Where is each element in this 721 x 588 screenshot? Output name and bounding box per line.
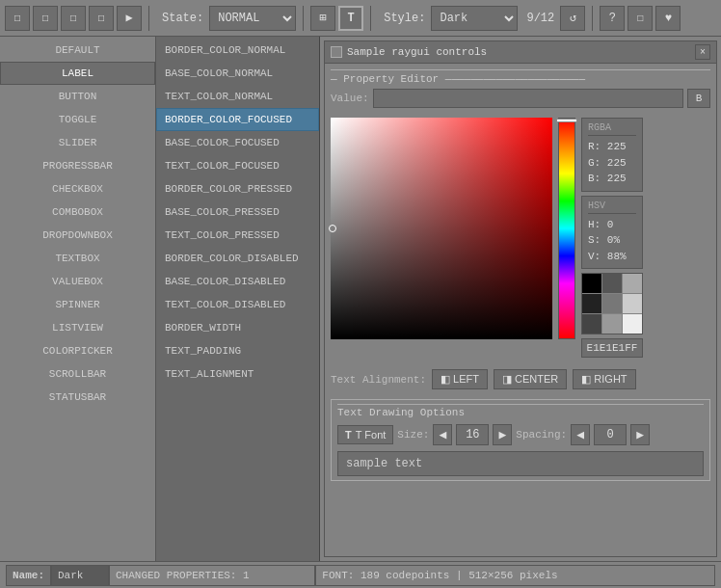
align-right-button[interactable]: ◧ RIGHT: [573, 369, 635, 389]
status-changed: CHANGED PROPERTIES: 1: [109, 565, 315, 586]
spacing-dec-button[interactable]: ◀: [571, 424, 590, 445]
value-label: Value:: [331, 93, 369, 104]
hsv-title: HSV: [588, 200, 636, 214]
swatch-0[interactable]: [582, 274, 601, 293]
prop-text-color-focused[interactable]: TEXT_COLOR_FOCUSED: [156, 154, 319, 177]
prop-border-width[interactable]: BORDER_WIDTH: [156, 316, 319, 339]
align-center-button[interactable]: ◨ CENTER: [494, 369, 567, 389]
divider-4: [592, 6, 593, 31]
toolbar-btn-3[interactable]: ☐: [61, 6, 86, 31]
state-select[interactable]: NORMAL: [209, 6, 296, 31]
control-label[interactable]: LABEL: [0, 62, 155, 85]
swatch-3[interactable]: [582, 294, 601, 313]
swatch-1[interactable]: [602, 274, 622, 293]
control-scrollbar[interactable]: SCROLLBAR: [0, 362, 155, 386]
control-combobox[interactable]: COMBOBOX: [0, 200, 155, 224]
divider-2: [303, 6, 304, 31]
prop-border-color-focused[interactable]: BORDER_COLOR_FOCUSED: [156, 108, 319, 131]
spacing-inc-button[interactable]: ▶: [630, 424, 650, 445]
swatch-5[interactable]: [623, 294, 642, 313]
sample-window-title-bar: Sample raygui controls ×: [325, 41, 716, 64]
align-left-button[interactable]: ◧ LEFT: [432, 369, 488, 389]
toolbar-info-btn[interactable]: ☐: [628, 6, 653, 31]
hsv-v: V: 88%: [588, 249, 636, 265]
hsv-s: S: 0%: [588, 232, 636, 249]
size-dec-button[interactable]: ◀: [433, 424, 452, 445]
toolbar: ☐ ☐ ☐ ☐ ▶ State: NORMAL ⊞ T Style: Dark …: [0, 0, 721, 37]
control-toggle[interactable]: TOGGLE: [0, 108, 155, 131]
toolbar-btn-1[interactable]: ☐: [5, 6, 30, 31]
text-alignment-label: Text Alignment:: [331, 374, 426, 386]
property-b-button[interactable]: B: [687, 89, 710, 108]
prop-text-color-disabled[interactable]: TEXT_COLOR_DISABLED: [156, 293, 319, 316]
hsv-box: HSV H: 0 S: 0% V: 88%: [581, 196, 643, 270]
control-progressbar[interactable]: PROGRESSBAR: [0, 154, 155, 177]
size-label: Size:: [397, 429, 429, 441]
prop-base-color-disabled[interactable]: BASE_COLOR_DISABLED: [156, 270, 319, 293]
hex-value[interactable]: E1E1E1FF: [581, 338, 643, 358]
sample-content: — Property Editor ——————————————————————…: [325, 64, 716, 556]
swatch-8[interactable]: [623, 314, 642, 334]
control-button[interactable]: BUTTON: [0, 85, 155, 108]
text-drawing-options: Text Drawing Options T T Font Size: ◀ 16…: [331, 399, 710, 481]
tdo-title: Text Drawing Options: [337, 404, 704, 418]
swatch-4[interactable]: [602, 294, 622, 313]
control-valuebox[interactable]: VALUEBOX: [0, 270, 155, 293]
size-inc-button[interactable]: ▶: [493, 424, 512, 445]
window-title: Sample raygui controls: [347, 46, 487, 58]
prop-border-color-pressed[interactable]: BORDER_COLOR_PRESSED: [156, 177, 319, 200]
toolbar-refresh-btn[interactable]: ↺: [560, 6, 585, 31]
prop-text-color-pressed[interactable]: TEXT_COLOR_PRESSED: [156, 224, 319, 247]
control-spinner[interactable]: SPINNER: [0, 293, 155, 316]
prop-base-color-normal[interactable]: BASE_COLOR_NORMAL: [156, 62, 319, 85]
tdo-row: T T Font Size: ◀ 16 ▶ Spacing: ◀ 0 ▶: [337, 424, 704, 445]
toolbar-t-btn[interactable]: T: [338, 6, 363, 31]
style-select[interactable]: Dark: [431, 6, 518, 31]
status-bar: Name: Dark CHANGED PROPERTIES: 1 FONT: 1…: [0, 561, 721, 588]
spacing-value: 0: [594, 424, 627, 445]
prop-border-color-normal[interactable]: BORDER_COLOR_NORMAL: [156, 39, 319, 62]
hue-slider[interactable]: [558, 118, 575, 339]
prop-text-color-normal[interactable]: TEXT_COLOR_NORMAL: [156, 85, 319, 108]
control-default[interactable]: DEFAULT: [0, 39, 155, 62]
toolbar-help-btn[interactable]: ?: [600, 6, 625, 31]
toolbar-grid-btn[interactable]: ⊞: [310, 6, 335, 31]
rgba-title: RGBA: [588, 122, 636, 136]
font-t-icon: T: [345, 429, 352, 441]
toolbar-btn-4[interactable]: ☐: [89, 6, 114, 31]
status-name-value: Dark: [51, 565, 109, 586]
prop-border-color-disabled[interactable]: BORDER_COLOR_DISABLED: [156, 247, 319, 270]
swatch-7[interactable]: [602, 314, 622, 334]
status-font-info: FONT: 189 codepoints | 512×256 pixels: [315, 565, 715, 586]
color-gradient[interactable]: [331, 118, 552, 339]
rgba-g: G: 225: [588, 155, 636, 172]
control-listview[interactable]: LISTVIEW: [0, 316, 155, 339]
prop-base-color-focused[interactable]: BASE_COLOR_FOCUSED: [156, 131, 319, 154]
control-dropdownbox[interactable]: DROPDOWNBOX: [0, 224, 155, 247]
control-colorpicker[interactable]: COLORPICKER: [0, 339, 155, 362]
swatch-2[interactable]: [623, 274, 642, 293]
editor-panel: Sample raygui controls × — Property Edit…: [320, 37, 721, 561]
hsv-h: H: 0: [588, 217, 636, 233]
controls-panel: DEFAULT LABEL BUTTON TOGGLE SLIDER PROGR…: [0, 37, 156, 561]
toolbar-btn-2[interactable]: ☐: [33, 6, 58, 31]
toolbar-btn-arrow[interactable]: ▶: [117, 6, 142, 31]
control-textbox[interactable]: TEXTBOX: [0, 247, 155, 270]
control-statusbar[interactable]: STATUSBAR: [0, 386, 155, 409]
color-picker-area: RGBA R: 225 G: 225 B: 225 HSV H: 0 S: 0%…: [331, 118, 710, 358]
control-slider[interactable]: SLIDER: [0, 131, 155, 154]
page-info: 9/12: [526, 12, 554, 25]
sample-window: Sample raygui controls × — Property Edit…: [324, 40, 717, 557]
control-checkbox[interactable]: CHECKBOX: [0, 177, 155, 200]
prop-text-alignment[interactable]: TEXT_ALIGNMENT: [156, 362, 319, 386]
text-alignment-section: Text Alignment: ◧ LEFT ◨ CENTER ◧ RIGHT: [331, 369, 710, 389]
prop-base-color-pressed[interactable]: BASE_COLOR_PRESSED: [156, 200, 319, 224]
property-editor-row: Value: B: [331, 89, 710, 108]
window-close-button[interactable]: ×: [695, 44, 710, 60]
font-label: T Font: [356, 429, 387, 441]
prop-text-padding[interactable]: TEXT_PADDING: [156, 339, 319, 362]
value-input[interactable]: [373, 89, 683, 108]
toolbar-heart-btn[interactable]: ♥: [655, 6, 681, 31]
font-button[interactable]: T T Font: [337, 425, 393, 444]
swatch-6[interactable]: [582, 314, 601, 334]
